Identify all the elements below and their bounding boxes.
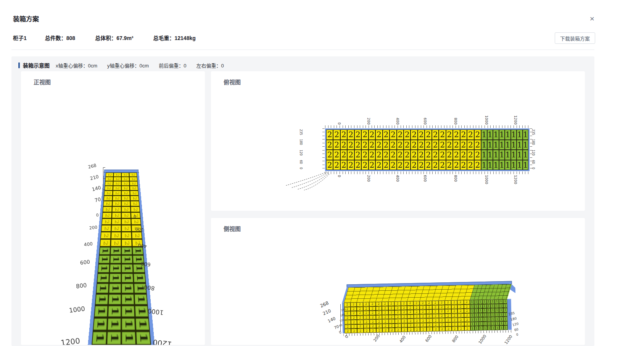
box-cell: 1 [470,322,475,326]
top-view-plot: 2222222222222222222222222222222222222222… [211,71,585,211]
box-cell: 1 [517,150,523,160]
box-cell: 2 [445,318,451,322]
box-cell: 1 [499,303,503,308]
box-cell: 2 [451,327,458,331]
axis-tick-label: 268 [88,163,97,170]
box-cell: 2 [121,191,130,195]
box-cell: 1 [94,305,108,317]
box-cell: 2 [357,328,364,333]
section-title: 装箱示意图 [23,61,50,69]
box-cell: 2 [451,318,458,322]
box-cell: 2 [401,319,407,323]
total-weight: 总毛重：12148kg [153,34,196,42]
box-cell: 2 [351,311,357,316]
axis-tick-label: 800 [454,118,457,125]
box-cell: 2 [446,150,453,160]
box-cell: 1 [470,313,474,317]
box-cell: 2 [347,140,354,150]
box-cell: 2 [453,160,460,170]
box-cell: 1 [121,283,134,294]
box-cell: 1 [503,303,507,308]
box-cell: 1 [481,160,487,170]
box-cell: 2 [451,313,458,318]
box-cell: 2 [345,329,351,333]
box-cell: 2 [130,201,140,207]
box-cell: 1 [134,294,148,305]
box-cell: 2 [333,130,340,140]
box-cell: 1 [495,321,499,326]
box-cell: 2 [121,218,131,225]
box-cell: 1 [511,150,517,160]
box-cell: 1 [503,312,507,317]
box-cell: 1 [495,308,499,312]
box-cell: 2 [345,320,351,325]
box-cell: 2 [370,319,376,324]
box-cell: 1 [505,160,511,170]
box-cell: 1 [483,317,487,322]
top-view-title: 俯视图 [224,78,241,86]
box-cell: 2 [464,309,470,313]
box-cell: 2 [112,212,121,218]
box-cell: 2 [460,130,467,140]
box-cell: 2 [401,310,407,314]
box-cell: 1 [478,304,482,309]
box-cell: 2 [112,201,121,207]
box-cell: 1 [499,321,504,326]
box-cell: 1 [486,300,491,304]
axis-tick-label: 70 [94,197,101,203]
axis-tick-label: 600 [80,259,90,266]
box-cell: 2 [347,130,354,140]
box-cell: 2 [333,150,340,160]
box-cell: 2 [333,140,340,150]
box-cell: 1 [135,305,149,317]
box-cell: 2 [121,225,132,232]
box-cell: 2 [414,319,420,323]
axis-tick-label: 210 [90,174,99,181]
box-cell: 1 [121,273,134,283]
box-cell: 2 [369,302,376,306]
box-cell: 2 [401,323,407,328]
box-cell: 2 [363,320,370,324]
box-cell: 2 [439,318,445,322]
box-cell: 1 [505,140,511,150]
box-cell: 1 [481,140,487,150]
axis-tick-label: 0 [96,213,99,217]
container-side: 2222222222222222222222222222222222222222… [342,281,517,338]
box-cell: 2 [439,314,445,318]
box-cell: 2 [401,314,407,319]
axis-tick-label: 200 [367,118,370,125]
box-cell: 2 [413,301,420,306]
box-cell: 2 [354,150,361,160]
box-cell: 1 [479,326,483,330]
download-plan-button[interactable]: 下载装箱方案 [555,32,595,44]
axis-tick-label: 400 [396,175,399,182]
box-cell: 1 [470,326,475,331]
axis-tick-label: 1200 [152,338,172,345]
box-cell: 2 [131,218,141,225]
axis-tick-label: 60 [299,160,302,164]
box-cell: 2 [426,305,432,309]
box-cell: 1 [491,304,495,308]
box-cell: 2 [375,150,382,160]
axis-tick-label: 800 [76,282,87,289]
box-cell: 1 [475,326,479,331]
box-cell: 2 [464,326,470,331]
box-cell: 2 [404,130,411,140]
box-cell: 2 [326,150,333,160]
box-cell: 2 [132,232,142,239]
box-cell: 1 [491,317,495,322]
front-view-panel: 正视图 222222222222222222222222222222222222… [21,71,205,345]
box-cell: 1 [108,305,121,317]
box-cell: 1 [523,140,529,150]
box-cell: 2 [407,319,414,323]
box-cell: 1 [505,130,511,140]
box-cell: 2 [432,314,439,318]
side-view-plot: 2222222222222222222222222222222222222222… [211,218,585,345]
axis-tick-label: 1000 [485,175,488,184]
box-cell: 2 [361,150,368,160]
box-cell: 1 [493,150,499,160]
box-cell: 2 [433,327,439,332]
box-cell: 1 [499,317,504,321]
close-icon[interactable]: × [590,14,594,22]
box-cell: 1 [99,247,111,255]
